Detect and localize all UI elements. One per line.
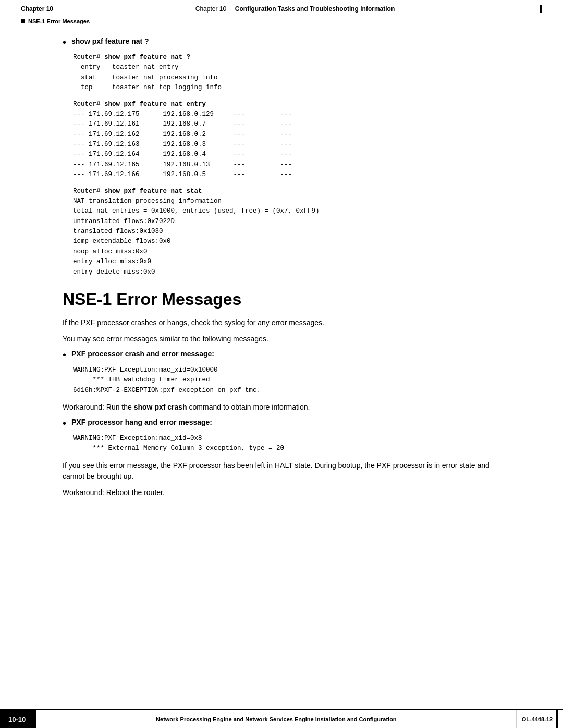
code-block-show-pxf-nat-stat: Router# show pxf feature nat stat NAT tr… — [63, 187, 500, 277]
code-block-pxf-crash: WARNING:PXF Exception:mac_xid=0x10000 **… — [63, 365, 500, 396]
workaround-crash: Workaround: Run the show pxf crash comma… — [63, 402, 500, 413]
header-chapter: Chapter 10 — [21, 5, 53, 13]
code-block-pxf-hang: WARNING:PXF Exception:mac_xid=0x8 *** Ex… — [63, 434, 500, 454]
bullet-dot-crash-icon: • — [63, 349, 66, 361]
bullet-dot-hang-icon: • — [63, 417, 66, 429]
page-footer: 10-10 Network Processing Engine and Netw… — [0, 709, 563, 728]
footer-bar-icon — [556, 710, 558, 728]
intro-para-2: You may see error messages similar to th… — [63, 334, 500, 344]
bullet-item-pxf-hang: • PXF processor hang and error message: — [63, 418, 500, 429]
footer-center-text: Network Processing Engine and Network Se… — [36, 710, 516, 728]
breadcrumb-square-icon — [21, 19, 25, 23]
code-block-show-pxf-nat-entry: Router# show pxf feature nat entry --- 1… — [63, 100, 500, 180]
code-block-show-pxf-nat: Router# show pxf feature nat ? entry toa… — [63, 53, 500, 93]
footer-right-text: OL-4448-12 — [516, 710, 563, 728]
header-bar-icon — [540, 5, 542, 13]
section-heading: NSE-1 Error Messages — [63, 290, 500, 309]
bullet-item-show-pxf: • show pxf feature nat ? — [63, 37, 500, 48]
page-header: Chapter 10 Chapter 10 Configuration Task… — [0, 0, 563, 16]
bullet-item-pxf-crash: • PXF processor crash and error message: — [63, 350, 500, 361]
breadcrumb: NSE-1 Error Messages — [0, 16, 563, 27]
intro-para-1: If the PXF processor crashes or hangs, c… — [63, 317, 500, 328]
header-right-bar — [537, 5, 542, 13]
halt-note: If you see this error message, the PXF p… — [63, 460, 500, 482]
workaround-hang: Workaround: Reboot the router. — [63, 487, 500, 498]
footer-page-number: 10-10 — [0, 710, 36, 728]
main-content: • show pxf feature nat ? Router# show px… — [0, 27, 563, 514]
header-title-area: Chapter 10 Configuration Tasks and Troub… — [195, 5, 395, 13]
bullet-dot-icon: • — [63, 36, 66, 48]
